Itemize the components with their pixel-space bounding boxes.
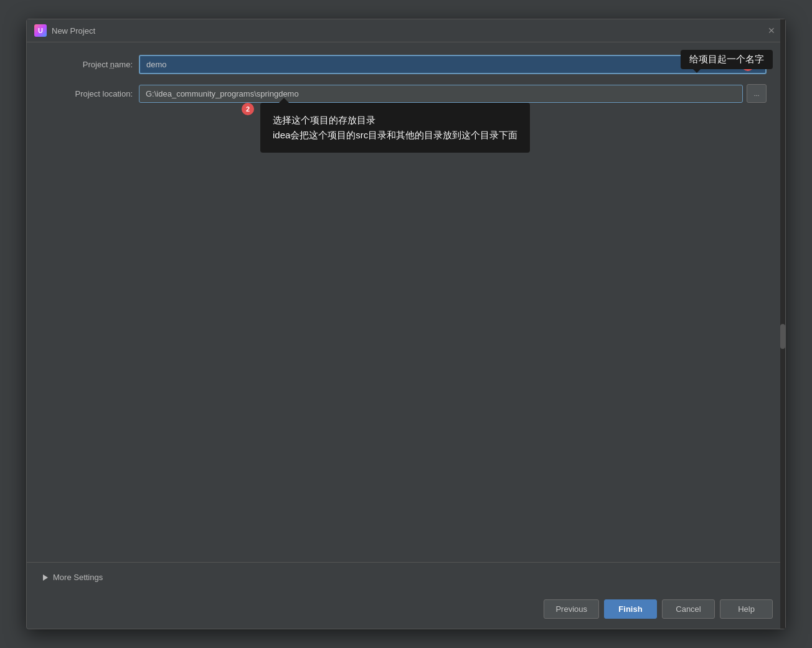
title-bar: U New Project ✕: [27, 19, 785, 42]
location-tooltip-text: 选择这个项目的存放目录 idea会把这个项目的src目录和其他的目录放到这个目录…: [273, 113, 517, 143]
more-settings-label: More Settings: [53, 573, 103, 582]
bottom-section: More Settings: [27, 562, 785, 592]
project-location-label: Project location:: [45, 89, 139, 98]
project-name-input-wrapper: 1 给项目起一个名字: [139, 55, 767, 74]
footer: Previous Finish Cancel Help: [27, 592, 785, 629]
help-button[interactable]: Help: [720, 599, 773, 619]
new-project-dialog: U New Project ✕ Project name: 1 给项目起一个名字…: [26, 19, 786, 629]
more-settings-toggle[interactable]: More Settings: [39, 570, 773, 584]
browse-button[interactable]: ...: [747, 84, 767, 103]
scrollbar[interactable]: [780, 19, 785, 629]
project-name-input[interactable]: [139, 55, 767, 74]
dialog-title: New Project: [52, 26, 95, 36]
title-bar-left: U New Project: [34, 24, 95, 37]
dialog-content: Project name: 1 给项目起一个名字 Project locatio…: [27, 42, 785, 562]
project-location-row: Project location: ... 2 选择这个项目的存放目录 idea…: [45, 84, 767, 103]
step-badge-2: 2: [242, 103, 254, 115]
expand-icon: [43, 574, 48, 581]
project-location-input-wrapper: ...: [139, 84, 767, 103]
previous-button[interactable]: Previous: [544, 599, 599, 619]
app-icon: U: [34, 24, 47, 37]
project-name-row: Project name: 1 给项目起一个名字: [45, 55, 767, 74]
scrollbar-thumb: [780, 324, 785, 349]
finish-button[interactable]: Finish: [604, 599, 657, 619]
name-annotation: 给项目起一个名字: [681, 50, 773, 69]
project-location-input[interactable]: [139, 85, 743, 103]
project-name-label: Project name:: [45, 60, 139, 69]
close-button[interactable]: ✕: [765, 24, 778, 37]
location-tooltip: 2 选择这个项目的存放目录 idea会把这个项目的src目录和其他的目录放到这个…: [260, 103, 530, 153]
cancel-button[interactable]: Cancel: [662, 599, 715, 619]
